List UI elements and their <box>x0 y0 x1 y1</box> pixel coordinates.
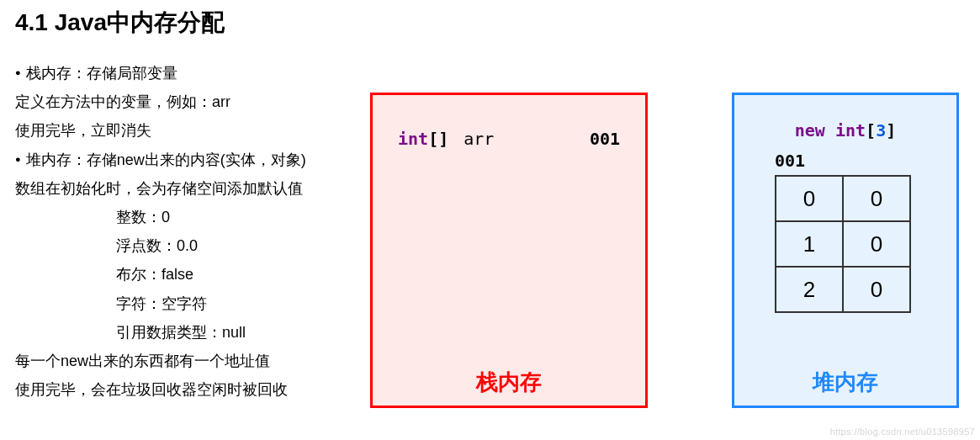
line-default-ref: 引用数据类型：null <box>15 318 360 347</box>
heap-label: 堆内存 <box>734 368 956 397</box>
table-row: 0 0 <box>776 176 910 221</box>
line-heap-addr: 每一个new出来的东西都有一个地址值 <box>15 347 360 375</box>
keyword-int: int <box>398 129 428 149</box>
line-heap-init: 数组在初始化时，会为存储空间添加默认值 <box>15 174 360 203</box>
heap-address: 001 <box>775 151 805 171</box>
keyword-int-heap: int <box>835 120 866 140</box>
stack-memory-box: int[] arr 001 栈内存 <box>370 93 648 408</box>
brackets: [] <box>428 129 448 149</box>
line-stack-dispose: 使用完毕，立即消失 <box>15 116 360 145</box>
line-stack-example: 定义在方法中的变量，例如：arr <box>15 87 360 116</box>
line-default-int: 整数：0 <box>15 203 360 231</box>
line-default-float: 浮点数：0.0 <box>15 231 360 260</box>
stack-address: 001 <box>590 129 620 149</box>
stack-code-line: int[] arr 001 <box>398 129 620 149</box>
cell-index: 2 <box>776 267 843 312</box>
explain-text: 栈内存：存储局部变量 定义在方法中的变量，例如：arr 使用完毕，立即消失 堆内… <box>15 59 360 404</box>
heap-code-line: new int[3] <box>734 120 956 140</box>
cell-value: 0 <box>843 176 910 221</box>
var-name: arr <box>464 129 494 149</box>
cell-index: 1 <box>776 221 843 267</box>
watermark: https://blog.csdn.net/u013598957 <box>830 427 975 437</box>
heap-memory-box: new int[3] 001 0 0 1 0 2 0 堆内存 <box>732 93 959 408</box>
line-default-bool: 布尔：false <box>15 260 360 289</box>
line-stack-def: 栈内存：存储局部变量 <box>15 59 360 87</box>
table-row: 1 0 <box>776 221 910 267</box>
array-size: 3 <box>876 120 886 140</box>
cell-index: 0 <box>776 176 843 221</box>
cell-value: 0 <box>843 267 910 312</box>
table-row: 2 0 <box>776 267 910 312</box>
heap-array-table: 0 0 1 0 2 0 <box>775 175 911 313</box>
stack-label: 栈内存 <box>373 368 645 397</box>
line-heap-def: 堆内存：存储new出来的内容(实体，对象) <box>15 146 360 174</box>
cell-value: 0 <box>843 221 910 267</box>
section-title: 4.1 Java中内存分配 <box>15 7 225 39</box>
line-default-char: 字符：空字符 <box>15 289 360 318</box>
keyword-new: new <box>795 120 825 140</box>
line-heap-gc: 使用完毕，会在垃圾回收器空闲时被回收 <box>15 375 360 404</box>
